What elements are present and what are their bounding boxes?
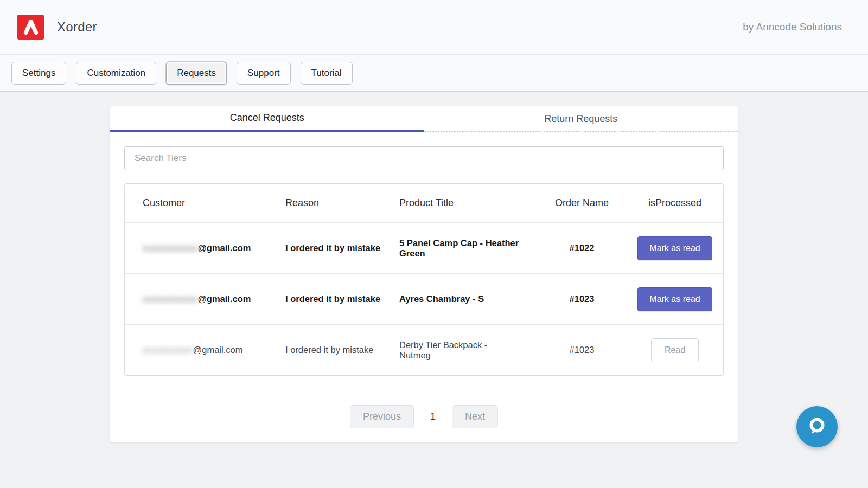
nav-button-customization[interactable]: Customization bbox=[76, 62, 156, 85]
content-area: Cancel Requests Return Requests Customer… bbox=[0, 92, 868, 442]
order-name-cell: #1023 bbox=[537, 294, 627, 304]
column-header-isprocessed: isProcessed bbox=[627, 197, 723, 209]
read-button[interactable]: Read bbox=[651, 338, 699, 362]
column-header-order-name: Order Name bbox=[537, 197, 627, 209]
order-name-cell: #1023 bbox=[537, 345, 627, 355]
column-header-customer: Customer bbox=[125, 197, 285, 209]
nav-button-requests[interactable]: Requests bbox=[166, 62, 227, 85]
nav-button-tutorial[interactable]: Tutorial bbox=[301, 62, 353, 85]
app-logo-icon bbox=[17, 15, 44, 40]
isprocessed-cell: Mark as read bbox=[627, 287, 723, 311]
table-row: xxxxxxxxxx@gmail.com I ordered it by mis… bbox=[125, 273, 723, 324]
customer-cell: xxxxxxxxxx@gmail.com bbox=[125, 294, 285, 304]
isprocessed-cell: Read bbox=[627, 338, 723, 362]
mark-as-read-button[interactable]: Mark as read bbox=[637, 236, 712, 260]
product-title-cell: 5 Panel Camp Cap - Heather Green bbox=[399, 238, 537, 259]
product-title-cell: Derby Tier Backpack - Nutmeg bbox=[399, 340, 537, 361]
table-header-row: Customer Reason Product Title Order Name… bbox=[125, 184, 723, 222]
nav-button-settings[interactable]: Settings bbox=[11, 62, 66, 85]
table-row: xxxxxxxxxx@gmail.com I ordered it by mis… bbox=[125, 222, 723, 273]
customer-email-domain: @gmail.com bbox=[193, 345, 243, 355]
requests-panel: Cancel Requests Return Requests Customer… bbox=[110, 106, 738, 442]
reason-cell: I ordered it by mistake bbox=[285, 243, 399, 253]
isprocessed-cell: Mark as read bbox=[627, 236, 723, 260]
panel-tabs: Cancel Requests Return Requests bbox=[110, 106, 738, 132]
product-title-cell: Ayres Chambray - S bbox=[399, 294, 537, 304]
tab-cancel-requests[interactable]: Cancel Requests bbox=[110, 106, 424, 132]
nav-button-support[interactable]: Support bbox=[237, 62, 291, 85]
reason-cell: I ordered it by mistake bbox=[285, 345, 399, 355]
reason-cell: I ordered it by mistake bbox=[285, 294, 399, 304]
customer-email-redacted: xxxxxxxxxx bbox=[143, 345, 193, 355]
tab-return-requests[interactable]: Return Requests bbox=[424, 106, 738, 132]
mark-as-read-button[interactable]: Mark as read bbox=[637, 287, 712, 311]
app-header: Xorder by Anncode Solutions bbox=[0, 0, 868, 55]
page-title: Xorder bbox=[57, 20, 97, 35]
column-header-product: Product Title bbox=[399, 197, 537, 209]
requests-table: Customer Reason Product Title Order Name… bbox=[124, 183, 724, 376]
column-header-reason: Reason bbox=[285, 197, 399, 209]
panel-body: Customer Reason Product Title Order Name… bbox=[110, 132, 738, 442]
byline: by Anncode Solutions bbox=[743, 21, 842, 33]
previous-page-button[interactable]: Previous bbox=[350, 405, 414, 428]
red-a-logo bbox=[22, 18, 40, 36]
pagination: Previous 1 Next bbox=[124, 391, 724, 442]
order-name-cell: #1022 bbox=[537, 243, 627, 253]
chat-bubble-icon bbox=[805, 415, 829, 439]
next-page-button[interactable]: Next bbox=[452, 405, 498, 428]
customer-email-domain: @gmail.com bbox=[198, 243, 251, 253]
main-nav: Settings Customization Requests Support … bbox=[0, 55, 868, 92]
chat-launcher-button[interactable] bbox=[796, 406, 838, 447]
current-page-number: 1 bbox=[430, 411, 436, 422]
customer-email-domain: @gmail.com bbox=[198, 294, 251, 304]
customer-cell: xxxxxxxxxx@gmail.com bbox=[125, 345, 285, 355]
search-input[interactable] bbox=[124, 146, 724, 170]
brand: Xorder bbox=[17, 15, 97, 40]
customer-cell: xxxxxxxxxx@gmail.com bbox=[125, 243, 285, 253]
customer-email-redacted: xxxxxxxxxx bbox=[143, 243, 198, 253]
table-row: xxxxxxxxxx@gmail.com I ordered it by mis… bbox=[125, 324, 723, 375]
customer-email-redacted: xxxxxxxxxx bbox=[143, 294, 198, 304]
